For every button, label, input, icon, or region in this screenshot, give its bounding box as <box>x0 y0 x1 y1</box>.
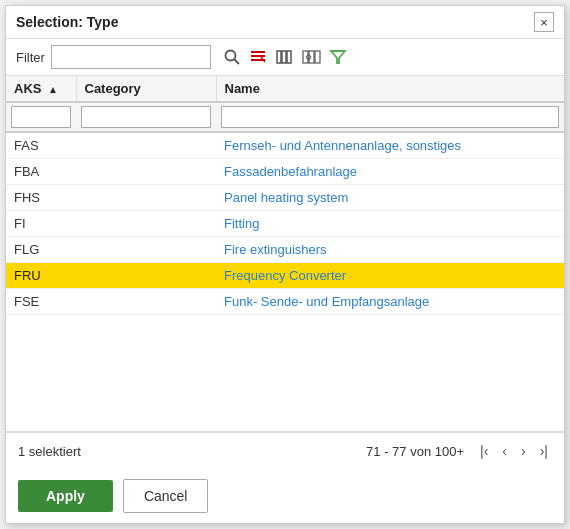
filter-row: Filter <box>6 39 564 76</box>
funnel-icon <box>329 48 347 66</box>
category-filter-input[interactable] <box>81 106 211 128</box>
cell-aks: FI <box>6 211 76 237</box>
selection-dialog: Selection: Type × Filter <box>5 5 565 524</box>
aks-filter-input[interactable] <box>11 106 71 128</box>
svg-rect-8 <box>287 51 291 63</box>
pagination: 71 - 77 von 100+ |‹ ‹ › ›| <box>366 441 552 461</box>
svg-line-1 <box>234 60 239 65</box>
last-page-button[interactable]: ›| <box>536 441 552 461</box>
table-container: AKS ▲ Category Name FASFernseh- und Ante… <box>6 76 564 432</box>
columns-icon-button[interactable] <box>273 46 295 68</box>
apply-button[interactable]: Apply <box>18 480 113 512</box>
table-header-row: AKS ▲ Category Name <box>6 76 564 102</box>
table-row[interactable]: FIFitting <box>6 211 564 237</box>
svg-rect-2 <box>251 51 265 53</box>
cell-aks: FBA <box>6 159 76 185</box>
cancel-button[interactable]: Cancel <box>123 479 209 513</box>
close-button[interactable]: × <box>534 12 554 32</box>
svg-rect-7 <box>282 51 286 63</box>
cell-name: Frequency Converter <box>216 263 564 289</box>
cell-category <box>76 159 216 185</box>
cell-name: Panel heating system <box>216 185 564 211</box>
col-header-category[interactable]: Category <box>76 76 216 102</box>
settings-icon-button[interactable]: ⚙ <box>299 46 323 68</box>
prev-page-button[interactable]: ‹ <box>498 441 511 461</box>
filter-rows-icon <box>249 48 267 66</box>
svg-point-0 <box>225 51 235 61</box>
table-row[interactable]: FRUFrequency Converter <box>6 263 564 289</box>
filter-rows-icon-button[interactable] <box>247 46 269 68</box>
svg-rect-6 <box>277 51 281 63</box>
table-row[interactable]: FASFernseh- und Antennenanlage, sonstige… <box>6 132 564 159</box>
table-row[interactable]: FLGFire extinguishers <box>6 237 564 263</box>
cell-aks: FLG <box>6 237 76 263</box>
search-icon <box>223 48 241 66</box>
cell-name: Fire extinguishers <box>216 237 564 263</box>
sort-indicator-aks: ▲ <box>48 84 58 95</box>
table-body: FASFernseh- und Antennenanlage, sonstige… <box>6 132 564 315</box>
col-header-name[interactable]: Name <box>216 76 564 102</box>
cell-aks: FSE <box>6 289 76 315</box>
cell-category <box>76 185 216 211</box>
cell-category <box>76 211 216 237</box>
column-filter-row <box>6 102 564 132</box>
cell-category <box>76 237 216 263</box>
svg-text:⚙: ⚙ <box>304 53 311 62</box>
cell-name: Funk- Sende- und Empfangsanlage <box>216 289 564 315</box>
data-table: AKS ▲ Category Name FASFernseh- und Ante… <box>6 76 564 315</box>
action-row: Apply Cancel <box>6 469 564 523</box>
cell-category <box>76 289 216 315</box>
table-row[interactable]: FBAFassadenbefahranlage <box>6 159 564 185</box>
dialog-header: Selection: Type × <box>6 6 564 39</box>
cell-name: Fassadenbefahranlage <box>216 159 564 185</box>
page-info: 71 - 77 von 100+ <box>366 444 464 459</box>
table-row[interactable]: FHSPanel heating system <box>6 185 564 211</box>
filter-input[interactable] <box>51 45 211 69</box>
cell-aks: FAS <box>6 132 76 159</box>
svg-rect-3 <box>251 55 265 57</box>
next-page-button[interactable]: › <box>517 441 530 461</box>
toolbar-icons: ⚙ <box>221 46 349 68</box>
svg-marker-13 <box>331 51 345 63</box>
filter-label: Filter <box>16 50 45 65</box>
name-filter-input[interactable] <box>221 106 559 128</box>
svg-rect-11 <box>315 51 320 63</box>
first-page-button[interactable]: |‹ <box>476 441 492 461</box>
funnel-icon-button[interactable] <box>327 46 349 68</box>
search-icon-button[interactable] <box>221 46 243 68</box>
cell-name: Fitting <box>216 211 564 237</box>
selected-count: 1 selektiert <box>18 444 81 459</box>
table-row[interactable]: FSEFunk- Sende- und Empfangsanlage <box>6 289 564 315</box>
cell-name: Fernseh- und Antennenanlage, sonstiges <box>216 132 564 159</box>
cell-category <box>76 132 216 159</box>
cell-category <box>76 263 216 289</box>
settings-icon: ⚙ <box>301 48 321 66</box>
columns-icon <box>275 48 293 66</box>
cell-aks: FRU <box>6 263 76 289</box>
cell-aks: FHS <box>6 185 76 211</box>
col-header-aks[interactable]: AKS ▲ <box>6 76 76 102</box>
footer: 1 selektiert 71 - 77 von 100+ |‹ ‹ › ›| <box>6 432 564 469</box>
dialog-title: Selection: Type <box>16 14 118 30</box>
